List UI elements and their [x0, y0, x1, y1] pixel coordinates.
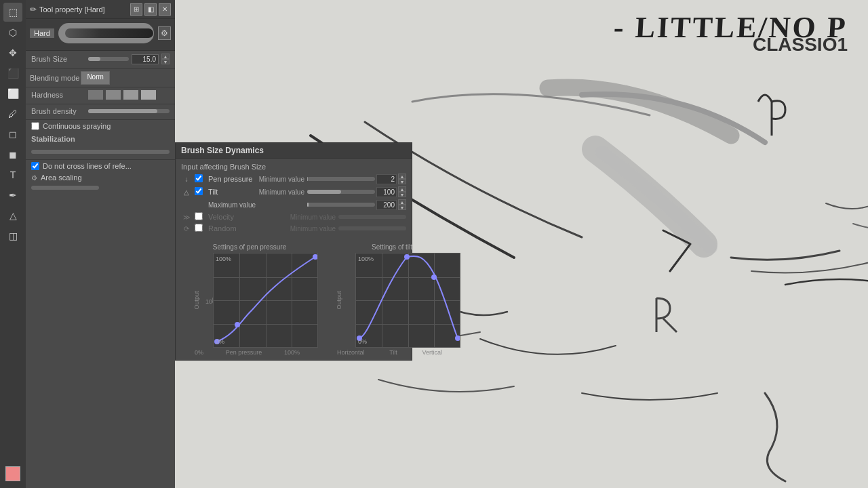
random-label: Random — [208, 224, 288, 232]
random-row: ⟳ Random Minimum value — [181, 224, 406, 233]
hardness-block-3[interactable] — [123, 90, 138, 100]
pen-pressure-min-down[interactable]: ▼ — [398, 179, 406, 184]
hardness-block-4[interactable] — [141, 90, 156, 100]
tool-layer[interactable]: ◫ — [3, 226, 22, 245]
brush-density-slider[interactable] — [88, 109, 170, 113]
tilt-graph[interactable]: 100% 0% — [355, 253, 460, 348]
panel-delete-btn[interactable]: ✕ — [159, 3, 171, 16]
tilt-checkbox[interactable] — [195, 187, 203, 195]
tool-panel-header: ✏ Tool property [Hard] ⊞ ◧ ✕ — [26, 0, 175, 19]
tilt-graph-y-label: Output — [336, 285, 342, 316]
brush-size-slider[interactable] — [88, 57, 129, 61]
continuous-spraying-label: Continuous spraying — [43, 122, 111, 130]
velocity-min-slider[interactable] — [338, 215, 406, 219]
classio-label: CLASSIO1 — [753, 34, 848, 56]
pen-pressure-label: Pen pressure — [208, 175, 256, 183]
tilt-graph-x-horizontal: Horizontal — [337, 349, 365, 356]
pen-pressure-min-up[interactable]: ▲ — [398, 174, 406, 179]
brush-size-label: Brush Size — [31, 55, 85, 63]
tilt-min-up[interactable]: ▲ — [398, 186, 406, 192]
tilt-min-down[interactable]: ▼ — [398, 192, 406, 197]
do-not-cross-checkbox[interactable] — [31, 162, 39, 170]
brush-size-down[interactable]: ▼ — [161, 59, 170, 64]
svg-point-4 — [404, 254, 410, 260]
blending-mode-row: Blending mode Norm — [26, 69, 175, 87]
fg-color-swatch[interactable] — [5, 466, 20, 481]
input-affecting-label: Input affecting Brush Size — [181, 163, 406, 171]
random-min-slider[interactable] — [338, 226, 406, 230]
pen-pressure-graph-title: Settings of pen pressure — [181, 243, 318, 251]
min-val-label-1: Minimum value — [259, 176, 304, 183]
random-icon: ⟳ — [181, 225, 192, 232]
brush-edit-btn[interactable]: ⚙ — [158, 26, 171, 40]
tilt-icon: △ — [181, 188, 192, 196]
pen-graph-y-label: Output — [193, 285, 200, 316]
tab-norm[interactable]: Norm — [81, 71, 109, 85]
do-not-cross-label: Do not cross lines of refe... — [43, 162, 132, 170]
stabilization-label: Stabilization — [26, 132, 175, 144]
brush-preview-area: Hard ⚙ — [26, 19, 175, 51]
brush-size-up[interactable]: ▲ — [161, 54, 170, 59]
tilt-max-val[interactable] — [376, 200, 397, 210]
graphs-area: Settings of pen pressure 100% 0% Output — [176, 239, 412, 360]
tilt-max-up[interactable]: ▲ — [398, 199, 406, 205]
tilt-graph-container: Settings of tilt Output — [323, 243, 460, 356]
tool-text[interactable]: T — [3, 165, 22, 184]
tool-brush[interactable]: 🖊 — [3, 104, 22, 123]
brush-preview — [58, 23, 154, 43]
brush-size-section: Brush Size 15.0 ▲ ▼ — [26, 51, 175, 69]
svg-point-2 — [313, 254, 318, 260]
left-toolbar: ⬚ ⬡ ✥ ⬛ ⬜ 🖊 ◻ ◼ T ✒ △ ◫ — [0, 0, 26, 488]
tool-shape[interactable]: △ — [3, 206, 22, 225]
tilt-graph-title: Settings of tilt — [323, 243, 460, 251]
dynamics-inputs-section: Input affecting Brush Size ↓ Pen pressur… — [176, 159, 412, 239]
tool-fill[interactable]: ◼ — [3, 145, 22, 164]
tool-pen[interactable]: ✒ — [3, 186, 22, 205]
pen-pressure-min-slider[interactable] — [307, 177, 375, 181]
continuous-spraying-row: Continuous spraying — [26, 120, 175, 132]
hardness-block-2[interactable] — [106, 90, 121, 100]
tool-eraser[interactable]: ◻ — [3, 125, 22, 144]
max-val-label: Maximum value — [208, 201, 304, 209]
brush-density-section: Brush density — [26, 104, 175, 120]
tool-select[interactable]: ⬚ — [3, 3, 22, 22]
panel-add-btn[interactable]: ⊞ — [130, 3, 142, 16]
pen-graph-bot-pct: 0% — [216, 338, 224, 345]
pen-pressure-graph[interactable]: 100% 0% — [213, 253, 318, 348]
pen-pressure-min-val[interactable] — [376, 174, 397, 184]
tilt-max-slider[interactable] — [307, 203, 375, 207]
pen-graph-top-pct: 100% — [216, 256, 231, 262]
continuous-spraying-checkbox[interactable] — [31, 122, 39, 130]
velocity-min-label: Minimum value — [290, 214, 336, 221]
tool-lasso[interactable]: ⬡ — [3, 23, 22, 42]
brush-size-input[interactable]: 15.0 — [132, 54, 159, 64]
tool-eyedropper[interactable]: ⬜ — [3, 84, 22, 103]
hardness-section: Hardness — [26, 87, 175, 104]
velocity-label: Velocity — [208, 213, 288, 221]
area-scaling-row: ⚙ Area scaling — [26, 172, 175, 183]
pen-pressure-checkbox[interactable] — [195, 174, 203, 182]
tilt-max-down[interactable]: ▼ — [398, 205, 406, 210]
min-val-label-2: Minimum value — [259, 188, 304, 196]
tilt-min-val[interactable] — [376, 187, 397, 197]
tilt-graph-bot-pct: 0% — [358, 338, 367, 345]
tilt-graph-x-vertical: Vertical — [422, 349, 442, 356]
pen-pressure-row: ↓ Pen pressure Minimum value ▲ ▼ — [181, 174, 406, 184]
blending-mode-label: Blending mode — [30, 71, 79, 85]
pen-graph-x-label: Pen pressure — [226, 349, 262, 356]
random-checkbox[interactable] — [195, 224, 203, 232]
stabilization-slider[interactable] — [31, 150, 170, 154]
tool-move[interactable]: ✥ — [3, 43, 22, 62]
area-scaling-slider[interactable] — [31, 186, 99, 190]
tool-panel-title: Tool property [Hard] — [39, 5, 105, 14]
svg-point-5 — [431, 274, 437, 280]
random-min-label: Minimum value — [290, 225, 336, 232]
area-scaling-label: Area scaling — [41, 174, 82, 182]
tilt-min-slider[interactable] — [307, 190, 375, 194]
tool-property-panel: ✏ Tool property [Hard] ⊞ ◧ ✕ Hard ⚙ Brus… — [26, 0, 175, 488]
tool-zoom[interactable]: ⬛ — [3, 64, 22, 83]
velocity-checkbox[interactable] — [195, 212, 203, 220]
do-not-cross-row: Do not cross lines of refe... — [26, 160, 175, 172]
hardness-block-1[interactable] — [88, 90, 103, 100]
panel-copy-btn[interactable]: ◧ — [144, 3, 157, 16]
